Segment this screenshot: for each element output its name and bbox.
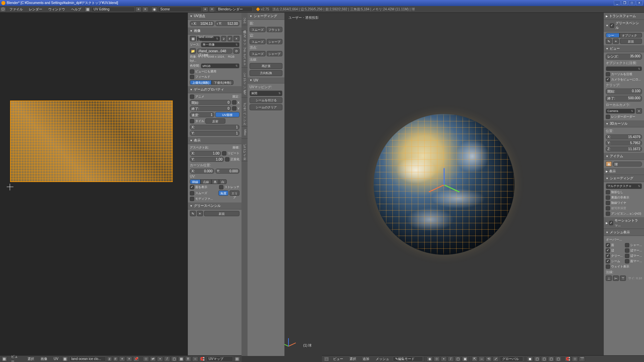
edges-overlay-check[interactable] [606, 248, 610, 253]
game-props-header[interactable]: ゲームのプロパティ [188, 86, 241, 93]
transform-header[interactable]: トランスフォーム [604, 13, 644, 20]
face-mode-icon[interactable]: ▢ [455, 356, 461, 362]
gp-header-right[interactable]: グリースペンシル [604, 20, 644, 32]
cursor3d-y[interactable]: Y:5.7952 [606, 140, 642, 145]
stretch-check[interactable] [219, 185, 223, 189]
vert-smooth-button[interactable]: スムーズ [250, 51, 266, 56]
snap-uv-icon[interactable]: 🧲 [199, 356, 205, 362]
image-panel-header[interactable]: 画像 [188, 27, 241, 35]
sticky-icon[interactable]: ⎘ [185, 356, 191, 362]
fields-check[interactable] [190, 75, 194, 79]
shading-mode-dropdown[interactable]: マルチテクスチャ [606, 183, 642, 189]
layer1-icon[interactable]: ◼ [527, 356, 533, 362]
vert-select-icon[interactable]: • [157, 356, 163, 362]
mesh-display-header[interactable]: メッシュ表示 [604, 229, 644, 236]
tile-x[interactable]: X:1 [190, 125, 239, 130]
reflect-button[interactable]: 反射 [205, 118, 225, 124]
show-faces-check[interactable] [190, 185, 194, 189]
orientation-dropdown[interactable]: グローバル [500, 356, 523, 362]
camera-dropdown[interactable]: Camera [606, 109, 635, 114]
uv-black-button[interactable]: 黒 [211, 179, 219, 184]
smooth-check[interactable] [190, 191, 194, 195]
tab-shading[interactable]: シェーディング・UV [241, 68, 248, 98]
camera-clear-icon[interactable]: × [636, 108, 642, 114]
cam-to-view-check[interactable] [606, 77, 610, 82]
vert-sharp-button[interactable]: シャープ [267, 51, 283, 56]
layout-del-icon[interactable]: × [142, 7, 148, 12]
lock-cursor-check[interactable] [606, 72, 610, 76]
layout-add-icon[interactable]: + [136, 7, 142, 12]
layer2-icon[interactable]: ▢ [534, 356, 540, 362]
snap-type-icon[interactable]: ⊹ [572, 356, 578, 362]
gizmo-toggle-icon[interactable]: ⇱ [472, 356, 478, 362]
hidden-wire-check[interactable] [606, 201, 610, 205]
uv-outline-button[interactable]: 枠線 [190, 179, 201, 184]
item-header[interactable]: アイテム [604, 153, 644, 160]
cursor3d-z[interactable]: Z:11.1672 [606, 146, 642, 152]
normal-loop-icon[interactable]: ⊢ [613, 276, 619, 281]
angle-button[interactable]: 角度 [218, 190, 228, 196]
image-browse-icon[interactable]: ▦ [190, 36, 196, 41]
shading-header-r[interactable]: シェーディング [604, 175, 644, 182]
tab-gp[interactable]: グリースペンシル [241, 98, 248, 127]
tab-layers[interactable]: ビュー・レイヤー [241, 139, 248, 161]
crease-overlay-check[interactable] [606, 254, 610, 258]
lens-field[interactable]: レンズ:35.000 [606, 54, 642, 60]
menu-help[interactable]: ヘルプ [68, 6, 84, 12]
modified-check[interactable] [190, 197, 194, 201]
filepath-browse-icon[interactable]: 📁 [190, 48, 196, 54]
colorspace-dropdown[interactable]: sRGB [201, 63, 239, 68]
uv-vertex-x[interactable]: ‹ X:1024.13 [190, 21, 214, 26]
reload-icon[interactable]: ⟳ [233, 48, 239, 54]
uv-menu-view[interactable]: ビュー [8, 354, 24, 362]
render-engine-dropdown[interactable]: Blenderレンダー [216, 7, 253, 12]
cursor-x[interactable]: X:0.000 [190, 169, 214, 174]
image-browse-footer-icon[interactable]: ▦ [62, 356, 68, 362]
3d-menu-mesh[interactable]: メッシュ [373, 356, 392, 362]
gp-add-icon-r[interactable]: + [613, 39, 619, 44]
gp-object-button[interactable]: オブジェクト [620, 33, 642, 38]
viewport-shading-icon[interactable]: ◉ [427, 356, 433, 362]
bevel-overlay-check[interactable] [625, 248, 629, 253]
gizmo-z-axis[interactable] [444, 168, 445, 185]
transform-gizmo[interactable] [444, 184, 444, 185]
anim-end[interactable]: 終了:0 [190, 106, 231, 111]
image-fake-user[interactable]: F [227, 36, 233, 41]
unwrap-dropdown[interactable]: 展開 [250, 90, 282, 96]
image-new-icon[interactable]: + [119, 356, 125, 362]
faces-overlay-check[interactable] [606, 243, 610, 247]
shade-smooth-button[interactable]: スムーズ [250, 27, 266, 32]
edge-mode-icon[interactable]: / [448, 356, 454, 362]
scale-icon[interactable]: ⤢ [493, 356, 499, 362]
uvmap-dropdown[interactable]: UVマップ [206, 356, 233, 362]
rotate-icon[interactable]: ⟲ [486, 356, 492, 362]
tab-misc[interactable]: Misc [241, 127, 248, 139]
clamp-x-check[interactable] [232, 100, 236, 105]
edge-sharp-button[interactable]: シャープ [267, 39, 283, 44]
gp-browse-icon[interactable]: ✎ [190, 211, 196, 216]
facemark-overlay-check[interactable] [625, 259, 629, 263]
uv-vertex-header[interactable]: UV頂点 [188, 13, 241, 20]
gp-browse-icon-r[interactable]: ✎ [606, 39, 612, 44]
anim-speed[interactable]: 速度:1 [190, 112, 214, 117]
3d-menu-select[interactable]: 選択 [347, 356, 359, 362]
normalize-check[interactable] [225, 157, 229, 162]
display-header-r[interactable]: 表示 [604, 168, 644, 175]
uv-coord-button[interactable]: UV座標 [215, 112, 240, 117]
image-name-field[interactable]: land ocean i... [197, 36, 220, 41]
prop-edit-icon[interactable]: ○ [192, 356, 198, 362]
lower-field-button[interactable]: 下優先(奇数) [212, 80, 233, 85]
island-select-icon[interactable]: ▦ [178, 356, 184, 362]
view-as-render-check[interactable] [190, 69, 194, 74]
menu-render[interactable]: レンダー [26, 6, 45, 12]
3d-editor-type-icon[interactable]: ⬚ [323, 356, 329, 362]
3d-canvas[interactable]: ユーザー・透視投影 (1) 球 [284, 13, 604, 356]
weight-display-check[interactable] [606, 264, 610, 269]
area-button[interactable]: エリア [229, 190, 239, 196]
clamp-y-check[interactable] [232, 106, 236, 111]
face-select-icon[interactable]: ▢ [171, 356, 177, 362]
tab-create[interactable]: 作成 [241, 25, 248, 31]
menu-file[interactable]: ファイル [7, 6, 25, 12]
uv-white-button[interactable]: 白 [219, 179, 227, 184]
flip-normals-button[interactable]: 方向転換 [250, 70, 282, 76]
